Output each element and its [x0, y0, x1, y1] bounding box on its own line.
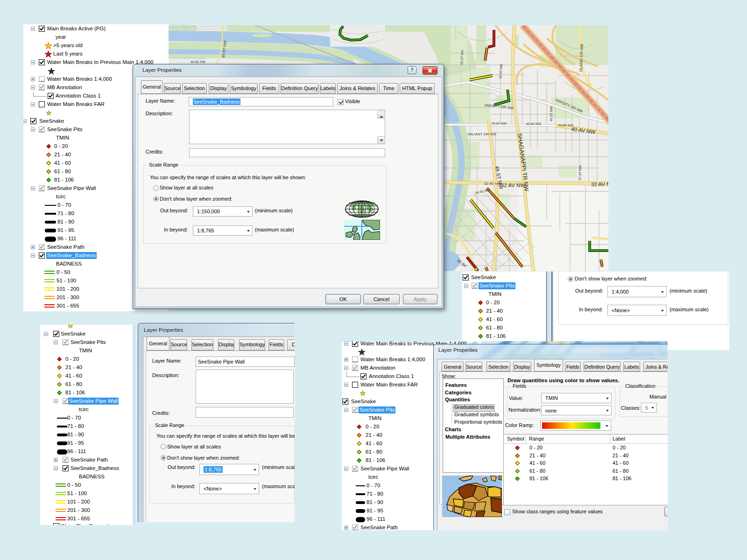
svg-text:32 AV NW: 32 AV NW — [501, 182, 525, 188]
svg-text:40 AV NW: 40 AV NW — [492, 122, 507, 125]
svg-text:40 AV NW: 40 AV NW — [526, 122, 541, 126]
svg-text:32 AV N: 32 AV N — [591, 182, 608, 187]
svg-text:32 AV NW: 32 AV NW — [484, 182, 501, 186]
svg-text:46 AV NW: 46 AV NW — [190, 60, 205, 63]
svg-text:37 ST NW: 37 ST NW — [578, 165, 582, 180]
svg-text:HLAND DR NW: HLAND DR NW — [578, 44, 584, 72]
svg-text:VALIANT DR NW: VALIANT DR NW — [467, 132, 496, 136]
svg-text:40 ST NW: 40 ST NW — [550, 106, 553, 121]
